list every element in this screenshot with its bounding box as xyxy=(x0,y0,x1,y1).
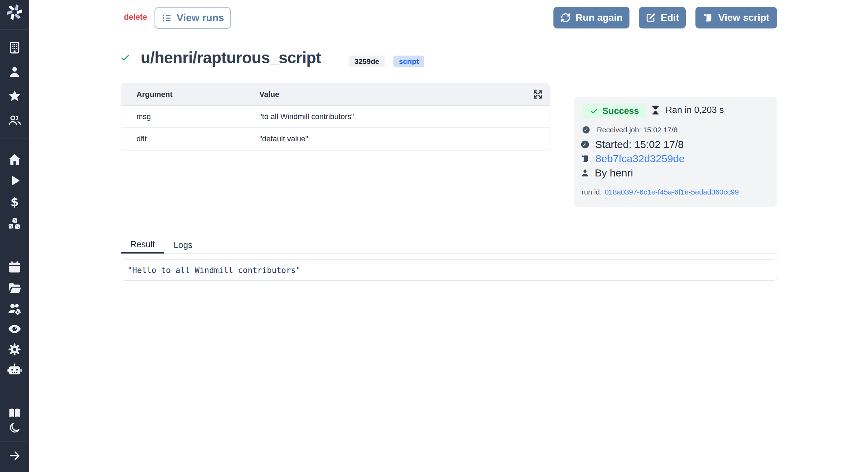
scroll-icon xyxy=(703,13,713,23)
folder-open-icon xyxy=(7,281,22,295)
created-by-label: By henri xyxy=(595,167,633,179)
expand-icon xyxy=(533,89,543,100)
expand-table-button[interactable] xyxy=(532,88,544,101)
user-icon xyxy=(8,65,21,78)
sidebar-item-user[interactable] xyxy=(8,65,21,78)
title-row: u/henri/rapturous_script xyxy=(121,47,321,68)
value-cell: "default value" xyxy=(259,134,550,143)
arguments-table: Argument Value msg "to all Windmill cont… xyxy=(121,83,550,150)
tab-logs[interactable]: Logs xyxy=(164,236,202,254)
run-id-label: run id: xyxy=(582,188,602,196)
refresh-icon xyxy=(560,13,571,23)
eye-icon xyxy=(7,322,22,336)
sidebar-separator xyxy=(0,441,29,441)
scroll-icon xyxy=(581,154,590,163)
edit-icon xyxy=(645,13,656,23)
hash-badge: 3259de xyxy=(349,56,385,67)
run-id-link[interactable]: 018a0397-6c1e-f45a-6f1e-5edad360cc99 xyxy=(604,188,738,196)
cubes-icon xyxy=(7,217,22,232)
run-again-button[interactable]: Run again xyxy=(553,7,629,28)
tab-result[interactable]: Result xyxy=(121,236,164,254)
sidebar-item-worker-groups[interactable] xyxy=(7,363,22,378)
workers-icon xyxy=(7,301,22,316)
delete-button[interactable]: delete xyxy=(124,13,147,22)
building-icon xyxy=(8,41,22,55)
started-row: Started: 15:02 17/8 xyxy=(580,139,684,150)
script-badge: script xyxy=(393,56,424,67)
page-title: u/henri/rapturous_script xyxy=(141,48,321,67)
windmill-logo[interactable] xyxy=(6,3,23,21)
sidebar-item-members[interactable] xyxy=(8,114,22,127)
run-id-row: run id: 018a0397-6c1e-f45a-6f1e-5edad360… xyxy=(582,188,739,196)
table-row: msg "to all Windmill contributors" xyxy=(121,106,550,128)
check-icon xyxy=(590,107,598,115)
view-script-button[interactable]: View script xyxy=(695,7,777,28)
sidebar-item-variables[interactable]: $ xyxy=(8,196,21,209)
status-panel: Success Ran in 0,203 s Received job: 15:… xyxy=(574,97,777,207)
started-label: Started: 15:02 17/8 xyxy=(595,139,684,150)
sidebar-item-favorites[interactable] xyxy=(8,89,22,103)
edit-label: Edit xyxy=(661,12,679,23)
dollar-icon: $ xyxy=(8,196,21,209)
table-row: dflt "default value" xyxy=(121,128,550,150)
argument-cell: msg xyxy=(121,112,259,121)
svg-text:$: $ xyxy=(10,196,18,209)
status-label: Success xyxy=(602,106,639,116)
moon-icon xyxy=(8,422,21,434)
sidebar-item-workers[interactable] xyxy=(7,301,22,316)
sidebar-item-folders[interactable] xyxy=(7,281,22,295)
sidebar-item-home[interactable] xyxy=(8,152,22,166)
status-badge: Success xyxy=(583,104,646,118)
home-icon xyxy=(8,152,22,166)
list-icon xyxy=(161,13,172,23)
star-icon xyxy=(8,89,22,103)
sidebar-separator xyxy=(0,139,29,139)
sidebar-item-runs[interactable] xyxy=(8,174,21,187)
received-label: Received job: 15:02 17/8 xyxy=(597,126,677,134)
argument-column-header: Argument xyxy=(121,90,259,99)
value-column-header: Value xyxy=(259,90,550,99)
sidebar-expand-button[interactable] xyxy=(8,449,21,462)
result-output: "Hello to all Windmill contributors" xyxy=(121,259,777,281)
view-runs-label: View runs xyxy=(177,12,224,24)
sidebar-separator xyxy=(0,30,29,30)
arrow-right-icon xyxy=(8,449,21,462)
sidebar-item-schedules[interactable] xyxy=(8,260,22,274)
arguments-table-header: Argument Value xyxy=(121,83,550,106)
job-hash-row: 8eb7fca32d3259de xyxy=(581,153,685,165)
view-runs-button[interactable]: View runs xyxy=(155,7,231,29)
sidebar-item-docs[interactable] xyxy=(7,406,22,420)
created-by-row: By henri xyxy=(580,167,633,179)
duration-label: Ran in 0,203 s xyxy=(666,105,724,115)
sidebar-item-settings[interactable] xyxy=(8,342,22,356)
success-check-icon xyxy=(121,53,130,62)
user-icon xyxy=(580,168,590,178)
clock-icon xyxy=(580,140,590,149)
play-icon xyxy=(8,174,21,187)
result-tabs: Result Logs xyxy=(121,236,777,254)
duration-row: Ran in 0,203 s xyxy=(650,105,724,115)
calendar-icon xyxy=(8,260,22,274)
sidebar: $ xyxy=(0,0,29,472)
received-row: Received job: 15:02 17/8 xyxy=(582,125,677,134)
sidebar-item-resources[interactable] xyxy=(7,217,22,232)
job-hash-link[interactable]: 8eb7fca32d3259de xyxy=(595,153,685,165)
robot-icon xyxy=(7,363,22,378)
gear-icon xyxy=(8,342,22,356)
sidebar-item-audit[interactable] xyxy=(7,322,22,336)
book-icon xyxy=(7,406,22,420)
users-icon xyxy=(8,114,22,127)
view-script-label: View script xyxy=(718,12,769,23)
clock-icon xyxy=(582,125,591,134)
hourglass-icon xyxy=(650,105,661,115)
argument-cell: dflt xyxy=(121,134,259,143)
edit-button[interactable]: Edit xyxy=(639,7,686,28)
sidebar-item-workspace[interactable] xyxy=(8,41,22,55)
sidebar-item-dark-mode[interactable] xyxy=(8,422,21,434)
run-again-label: Run again xyxy=(576,12,623,23)
value-cell: "to all Windmill contributors" xyxy=(259,112,550,121)
result-json: "Hello to all Windmill contributors" xyxy=(127,266,301,275)
